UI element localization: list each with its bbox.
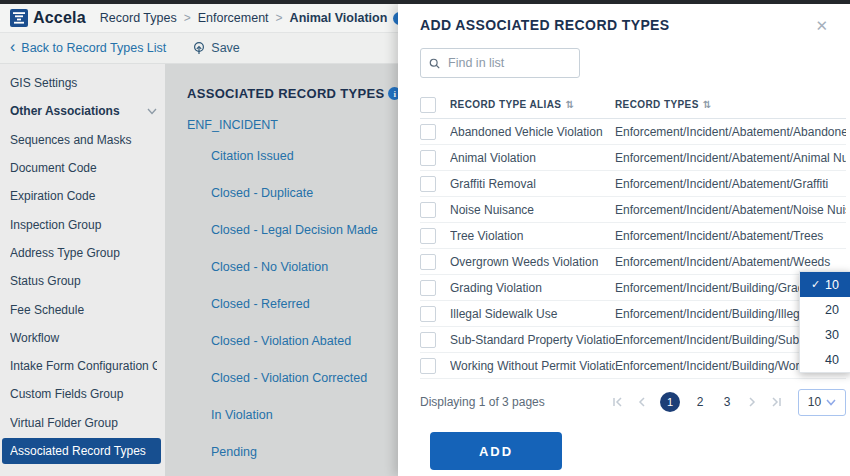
sidebar-item-label: Address Type Group	[10, 246, 157, 260]
sidebar-item[interactable]: Document Code	[0, 154, 165, 182]
page-size-option-label: 20	[825, 303, 839, 317]
modal-title: ADD ASSOCIATED RECORD TYPES	[420, 17, 670, 33]
sidebar-item[interactable]: Virtual Folder Group	[0, 409, 165, 437]
column-record-type-alias: RECORD TYPE ALIAS ⇅	[450, 99, 615, 110]
table-row[interactable]: Illegal Sidewalk UseEnforcement/Incident…	[420, 301, 846, 327]
window-top-edge	[0, 0, 850, 4]
page-size-option-label: 40	[825, 353, 839, 367]
sidebar-item-label: GIS Settings	[10, 76, 157, 90]
search-box[interactable]	[420, 48, 580, 78]
row-checkbox[interactable]	[420, 254, 436, 270]
row-checkbox[interactable]	[420, 150, 436, 166]
sidebar-item-label: Custom Fields Group	[10, 387, 157, 401]
record-type-alias-cell: Overgrown Weeds Violation	[450, 255, 615, 269]
page-number[interactable]: 1	[660, 392, 680, 412]
back-link[interactable]: ‹ Back to Record Types List	[10, 41, 166, 55]
sidebar-item[interactable]: Intake Form Configuration Grou	[0, 352, 165, 380]
pagination-controls: 123 10	[611, 389, 846, 416]
sidebar-item[interactable]: Custom Fields Group	[0, 380, 165, 408]
add-button[interactable]: ADD	[430, 432, 562, 470]
record-type-alias-cell: Abandoned Vehicle Violation	[450, 125, 615, 139]
search-icon	[429, 57, 440, 70]
sidebar-item[interactable]: Fee Schedule	[0, 295, 165, 323]
table-row[interactable]: Overgrown Weeds ViolationEnforcement/Inc…	[420, 249, 846, 275]
table-row[interactable]: Working Without Permit ViolationEnforcem…	[420, 353, 846, 379]
sidebar-item[interactable]: Inspection Group	[0, 210, 165, 238]
row-checkbox[interactable]	[420, 228, 436, 244]
column-label: RECORD TYPE ALIAS	[450, 99, 561, 110]
row-checkbox[interactable]	[420, 202, 436, 218]
page-size-value: 10	[808, 395, 821, 409]
last-page-button[interactable]	[770, 396, 783, 408]
modal-header: ADD ASSOCIATED RECORD TYPES ✕	[420, 17, 846, 33]
breadcrumb-item[interactable]: Animal Violation	[290, 11, 388, 25]
record-types-cell: Enforcement/Incident/Abatement/Graffiti	[615, 177, 846, 191]
sidebar-item[interactable]: Status Group	[0, 267, 165, 295]
record-type-alias-cell: Noise Nuisance	[450, 203, 615, 217]
record-types-cell: Enforcement/Incident/Abatement/Animal Nu…	[615, 151, 846, 165]
row-checkbox[interactable]	[420, 280, 436, 296]
save-button-label: Save	[211, 41, 240, 55]
chevron-down-icon	[826, 399, 836, 406]
sidebar-item-label: Virtual Folder Group	[10, 416, 157, 430]
breadcrumb-separator: >	[184, 11, 191, 25]
sidebar-item[interactable]: Other Associations	[0, 97, 165, 125]
sidebar-item[interactable]: GIS Settings	[0, 69, 165, 97]
check-icon: ✓	[811, 278, 820, 291]
search-input[interactable]	[446, 55, 571, 71]
sidebar-item-label: Document Code	[10, 161, 157, 175]
previous-page-button[interactable]	[637, 396, 647, 408]
sidebar-item[interactable]: Workflow	[0, 324, 165, 352]
sidebar-item[interactable]: Associated Record Types	[2, 438, 161, 464]
screen: Accela Record Types>Enforcement>Animal V…	[0, 0, 850, 476]
page-size-option-label: 30	[825, 328, 839, 342]
table-row[interactable]: Abandoned Vehicle ViolationEnforcement/I…	[420, 119, 846, 145]
record-types-cell: Enforcement/Incident/Abatement/Weeds	[615, 255, 846, 269]
pagination-status: Displaying 1 of 3 pages	[420, 395, 545, 409]
page-number[interactable]: 3	[720, 395, 734, 409]
row-checkbox[interactable]	[420, 358, 436, 374]
table-row[interactable]: Sub-Standard Property ViolationEnforceme…	[420, 327, 846, 353]
first-page-button[interactable]	[611, 396, 624, 408]
select-all-checkbox[interactable]	[420, 97, 436, 113]
chevron-left-icon: ‹	[10, 39, 15, 55]
sidebar-item-label: Workflow	[10, 331, 157, 345]
sort-icon[interactable]: ⇅	[703, 99, 712, 110]
record-table-body: Abandoned Vehicle ViolationEnforcement/I…	[420, 119, 846, 379]
page-size-option[interactable]: 30	[800, 322, 850, 347]
record-type-alias-cell: Animal Violation	[450, 151, 615, 165]
page-number[interactable]: 2	[693, 395, 707, 409]
page-size-option[interactable]: ✓10	[800, 272, 850, 297]
row-checkbox[interactable]	[420, 306, 436, 322]
sidebar-item[interactable]: Address Type Group	[0, 239, 165, 267]
next-page-button[interactable]	[747, 396, 757, 408]
sidebar-item-label: Expiration Code	[10, 189, 157, 203]
record-type-alias-cell: Working Without Permit Violation	[450, 359, 615, 373]
page-size-option[interactable]: 40	[800, 347, 850, 372]
page-numbers: 123	[660, 392, 734, 412]
row-checkbox[interactable]	[420, 332, 436, 348]
breadcrumb-item[interactable]: Record Types	[100, 11, 177, 25]
breadcrumb-item[interactable]: Enforcement	[198, 11, 269, 25]
sidebar-item[interactable]: Expiration Code	[0, 182, 165, 210]
table-row[interactable]: Grading ViolationEnforcement/Incident/Bu…	[420, 275, 846, 301]
row-checkbox[interactable]	[420, 124, 436, 140]
page-size-option[interactable]: 20	[800, 297, 850, 322]
record-type-alias-cell: Tree Violation	[450, 229, 615, 243]
table-row[interactable]: Tree ViolationEnforcement/Incident/Abate…	[420, 223, 846, 249]
record-type-alias-cell: Graffiti Removal	[450, 177, 615, 191]
table-row[interactable]: Noise NuisanceEnforcement/Incident/Abate…	[420, 197, 846, 223]
table-row[interactable]: Animal ViolationEnforcement/Incident/Aba…	[420, 145, 846, 171]
page-size-select[interactable]: 10	[798, 389, 846, 416]
chevron-down-icon	[147, 108, 157, 115]
row-checkbox[interactable]	[420, 176, 436, 192]
table-row[interactable]: Graffiti RemovalEnforcement/Incident/Aba…	[420, 171, 846, 197]
accela-logo: Accela	[10, 9, 86, 27]
accela-logo-icon	[10, 9, 28, 27]
sort-icon[interactable]: ⇅	[565, 99, 574, 110]
close-icon[interactable]: ✕	[815, 18, 828, 33]
breadcrumb-separator: >	[276, 11, 283, 25]
save-button[interactable]: Save	[192, 41, 240, 55]
sidebar-item[interactable]: Sequences and Masks	[0, 126, 165, 154]
accela-logo-text: Accela	[33, 9, 86, 27]
